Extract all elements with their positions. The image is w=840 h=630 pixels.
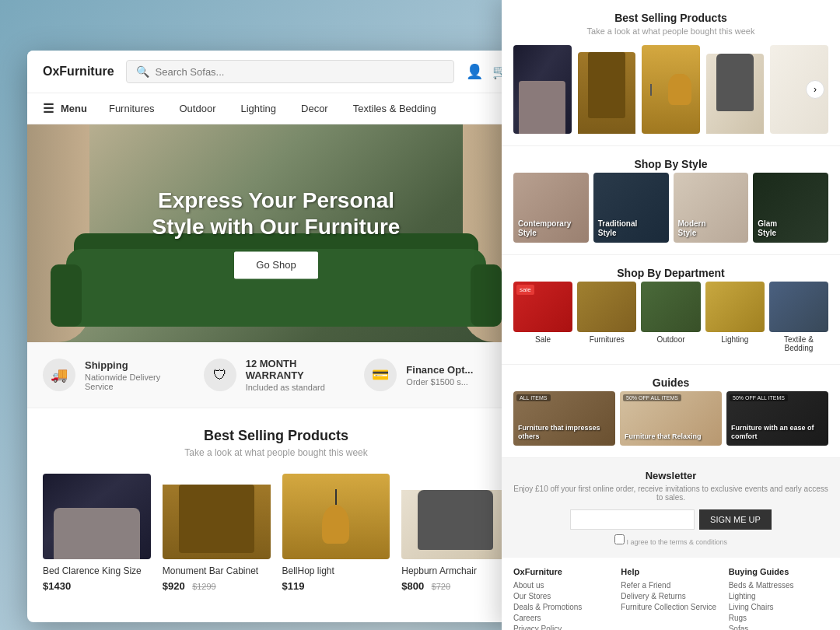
- go-shop-button[interactable]: Go Shop: [234, 252, 317, 279]
- product-name-0: Bed Clarence King Size: [43, 565, 151, 576]
- newsletter-form: SIGN ME UP: [513, 509, 828, 530]
- sofa-arm-left: [51, 264, 82, 327]
- products-section: Best Selling Products Take a look at wha…: [27, 408, 525, 604]
- guide-title-2: Furniture with an ease of comfort: [731, 424, 824, 441]
- guide-badge-2: 50% OFF ALL ITEMS: [730, 394, 788, 401]
- newsletter-desc: Enjoy £10 off your first online order, r…: [513, 485, 828, 502]
- footer-link-lighting[interactable]: Lighting: [729, 592, 828, 600]
- style-card-modern[interactable]: ModernStyle: [674, 173, 749, 243]
- dept-img-textile: [769, 282, 828, 332]
- guides-title: Guides: [513, 376, 828, 389]
- footer-link-beds[interactable]: Beds & Mattresses: [729, 581, 828, 590]
- product-card-0[interactable]: Bed Clarence King Size $1430: [43, 474, 151, 593]
- bsp-card-1[interactable]: Monument Bar Cabinet $920 $1299 ★★★★ 4.4…: [578, 45, 636, 134]
- newsletter-title: Newsletter: [513, 470, 828, 481]
- footer-link-privacy[interactable]: Privacy Policy: [513, 625, 613, 630]
- feature-warranty: 🛡 12 MONTH WARRANTY Included as standard: [204, 358, 349, 392]
- finance-desc: Order $1500 s...: [406, 377, 473, 387]
- nav-item-decor[interactable]: Decor: [289, 95, 341, 122]
- footer-col-title-0: OxFurniture: [513, 567, 613, 576]
- newsletter-submit[interactable]: SIGN ME UP: [699, 509, 772, 530]
- footer-link-refer[interactable]: Refer a Friend: [621, 581, 720, 590]
- finance-title: Finance Opt...: [406, 364, 473, 376]
- footer-col-oxfurniture: OxFurniture About us Our Stores Deals & …: [513, 567, 613, 630]
- product-price-old-1: $1299: [192, 582, 216, 591]
- bsp-img-2: [642, 45, 700, 134]
- hero-section: Express Your Personal Style with Our Fur…: [27, 124, 525, 342]
- footer-link-collection[interactable]: Furniture Collection Service: [621, 603, 720, 611]
- style-label-0: ContemporaryStyle: [518, 219, 571, 238]
- footer-link-sofas[interactable]: Sofas: [729, 625, 828, 630]
- guide-card-1[interactable]: 50% OFF ALL ITEMS Furniture that Relaxin…: [620, 391, 722, 446]
- guide-card-2[interactable]: 50% OFF ALL ITEMS Furniture with an ease…: [726, 391, 828, 446]
- footer-link-about[interactable]: About us: [513, 581, 613, 590]
- bedroom-img: [43, 474, 151, 559]
- style-card-glam[interactable]: GlamStyle: [753, 173, 828, 243]
- dept-card-lighting[interactable]: Lighting: [705, 282, 765, 352]
- style-card-traditional[interactable]: TraditionalStyle: [593, 173, 669, 243]
- dept-name-lighting: Lighting: [705, 335, 765, 344]
- overlay-best-selling: Best Selling Products Take a look at wha…: [502, 0, 840, 146]
- bsp-card-2[interactable]: BellHop light $119 ★★★★ 4.5 (45 reviews)…: [642, 45, 700, 134]
- footer-link-deals[interactable]: Deals & Promotions: [513, 603, 613, 611]
- feature-shipping: 🚚 Shipping Nationwide Delivery Service: [43, 358, 188, 392]
- nav-menu-trigger[interactable]: ☰ Menu: [43, 93, 96, 124]
- product-img-2: [282, 474, 390, 559]
- product-img-1: [163, 474, 271, 559]
- search-input[interactable]: [156, 66, 444, 78]
- product-name-2: BellHop light: [282, 565, 390, 576]
- shipping-desc: Nationwide Delivery Service: [85, 373, 188, 391]
- product-img-3: [401, 474, 509, 559]
- dept-name-sale: Sale: [513, 335, 572, 344]
- newsletter-checkbox[interactable]: [614, 534, 625, 544]
- footer-link-rugs[interactable]: Rugs: [729, 614, 828, 622]
- dept-card-outdoor[interactable]: Outdoor: [641, 282, 700, 352]
- dept-img-lighting: [705, 282, 765, 332]
- product-img-0: [43, 474, 151, 559]
- newsletter-input[interactable]: [570, 509, 695, 530]
- dept-card-furnitures[interactable]: Furnitures: [577, 282, 636, 352]
- nav-item-furnitures[interactable]: Furnitures: [96, 95, 167, 122]
- bsp-grid: Clarence King Size $30 ★★★★★ Add to cart…: [513, 45, 828, 134]
- next-button[interactable]: ›: [806, 80, 824, 99]
- overlay-bsp-subtitle: Take a look at what people bought this w…: [513, 26, 828, 36]
- nav-item-lighting[interactable]: Lighting: [228, 95, 289, 122]
- product-card-1[interactable]: Monument Bar Cabinet $920 $1299: [163, 474, 271, 593]
- product-card-3[interactable]: Hepburn Armchair $800 $720: [401, 474, 509, 593]
- dept-card-textile[interactable]: Textile & Bedding: [769, 282, 828, 352]
- bsp-img-3: [706, 54, 765, 134]
- dept-card-sale[interactable]: sale Sale: [513, 282, 572, 352]
- product-price-2: $119: [282, 580, 305, 592]
- overlay-shop-style: Shop By Style ContemporaryStyle Traditio…: [502, 146, 840, 255]
- chair-img: [401, 490, 509, 559]
- main-browser-window: OxFurniture 🔍 👤 🛒 ☰ Menu Furnitures Outd…: [27, 51, 525, 622]
- style-grid: ContemporaryStyle TraditionalStyle Moder…: [513, 173, 828, 243]
- guide-card-0[interactable]: ALL ITEMS Furniture that impresses other…: [513, 391, 615, 446]
- nav-item-textiles[interactable]: Textiles & Bedding: [341, 95, 449, 122]
- shipping-title: Shipping: [85, 359, 188, 371]
- site-header: OxFurniture 🔍 👤 🛒: [27, 51, 525, 93]
- newsletter-section: Newsletter Enjoy £10 off your first onli…: [502, 458, 840, 558]
- product-card-2[interactable]: BellHop light $119: [282, 474, 390, 593]
- footer-link-chairs[interactable]: Living Chairs: [729, 603, 828, 611]
- bsp-card-3[interactable]: Hepburn Armchair $800 $720 ★★★★ 4.6 (71 …: [706, 45, 765, 134]
- footer-link-stores[interactable]: Our Stores: [513, 592, 613, 600]
- shipping-icon: 🚚: [43, 359, 75, 391]
- footer-col-help: Help Refer a Friend Delivery & Returns F…: [621, 567, 720, 630]
- footer-link-delivery[interactable]: Delivery & Returns: [621, 592, 720, 600]
- cabinet-img: [163, 485, 271, 559]
- nav-item-outdoor[interactable]: Outdoor: [166, 95, 228, 122]
- style-card-contemporary[interactable]: ContemporaryStyle: [513, 173, 589, 243]
- search-bar[interactable]: 🔍: [126, 60, 454, 83]
- bsp-card-0[interactable]: Clarence King Size $30 ★★★★★ Add to cart: [513, 45, 572, 134]
- overlay-scroll[interactable]: Best Selling Products Take a look at wha…: [502, 0, 840, 630]
- product-price-0: $1430: [43, 580, 71, 592]
- warranty-title: 12 MONTH WARRANTY: [246, 358, 349, 381]
- products-grid: Bed Clarence King Size $1430 Monument Ba…: [43, 474, 509, 593]
- footer-link-careers[interactable]: Careers: [513, 614, 613, 622]
- dept-img-sale: sale: [513, 282, 572, 332]
- user-icon[interactable]: 👤: [466, 63, 483, 80]
- products-subtitle: Take a look at what people bought this w…: [43, 447, 509, 458]
- footer-col-title-2: Buying Guides: [729, 567, 828, 576]
- hero-title: Express Your Personal Style with Our Fur…: [152, 187, 401, 240]
